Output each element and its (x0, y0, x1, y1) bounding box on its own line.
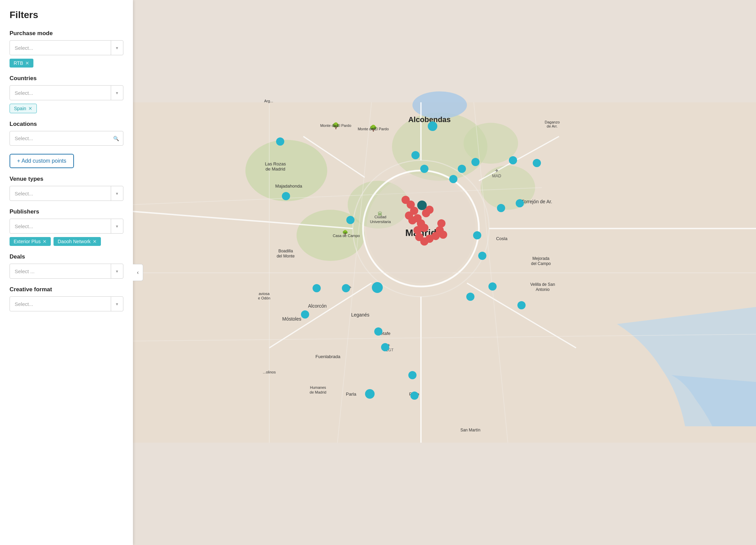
map-svg: ✈ MAD ✈ ✈ LEGT 🌳 🌳 🏛 🌳 Alcobendas Las Ro… (133, 0, 756, 545)
map-dot-cyan[interactable] (346, 216, 354, 224)
purchase-mode-tags: RTB ✕ (10, 59, 123, 68)
purchase-mode-select[interactable]: Select... ▾ (10, 40, 123, 55)
locations-section: Locations Select... 🔍 + Add custom point… (10, 121, 123, 168)
map-dot-cyan[interactable] (533, 159, 541, 167)
purchase-mode-section: Purchase mode Select... ▾ RTB ✕ (10, 30, 123, 68)
svg-point-3 (297, 210, 365, 261)
map-dot-red[interactable] (413, 226, 422, 234)
publishers-arrow-icon[interactable]: ▾ (111, 219, 123, 233)
countries-placeholder[interactable]: Select... (10, 86, 111, 100)
creative-format-section: Creative format Select... ▾ (10, 286, 123, 311)
svg-text:🏛: 🏛 (378, 211, 382, 217)
venue-types-section: Venue types Select... ▾ (10, 176, 123, 201)
venue-types-placeholder[interactable]: Select... (10, 187, 111, 201)
map-dot-red[interactable] (439, 231, 447, 239)
deals-section: Deals Select ... ▾ (10, 253, 123, 279)
purchase-mode-placeholder[interactable]: Select... (10, 41, 111, 55)
tag-spain-close[interactable]: ✕ (28, 106, 32, 111)
publishers-label: Publishers (10, 208, 123, 215)
countries-arrow-icon[interactable]: ▾ (111, 86, 123, 100)
purchase-mode-arrow-icon[interactable]: ▾ (111, 41, 123, 55)
creative-format-placeholder[interactable]: Select... (10, 297, 111, 311)
search-icon[interactable]: 🔍 (109, 136, 123, 141)
publishers-select[interactable]: Select... ▾ (10, 219, 123, 234)
map-dot-cyan[interactable] (374, 327, 382, 336)
tag-daooh-network-close[interactable]: ✕ (93, 239, 97, 244)
publishers-section: Publishers Select... ▾ Exterior Plus ✕ D… (10, 208, 123, 246)
map-dot-cyan[interactable] (466, 293, 474, 301)
map-dot-cyan[interactable] (301, 310, 309, 319)
map-dot-cyan[interactable] (408, 371, 417, 379)
map-dot-cyan[interactable] (372, 282, 383, 293)
svg-text:🌳: 🌳 (332, 122, 340, 130)
svg-text:🌳: 🌳 (342, 230, 348, 236)
map-dot-cyan[interactable] (471, 158, 480, 166)
map-dot-cyan[interactable] (282, 192, 290, 200)
venue-types-arrow-icon[interactable]: ▾ (111, 186, 123, 201)
tag-rtb-label: RTB (14, 60, 23, 66)
creative-format-select[interactable]: Select... ▾ (10, 296, 123, 311)
map-dot-cyan[interactable] (478, 252, 486, 260)
map-dot-dark-teal[interactable] (417, 201, 427, 210)
map-dot-red[interactable] (425, 206, 434, 214)
publishers-placeholder[interactable]: Select... (10, 219, 111, 233)
map-container[interactable]: ‹ (133, 0, 756, 545)
countries-tags: Spain ✕ (10, 104, 123, 113)
tag-spain-label: Spain (14, 106, 26, 111)
map-dot-cyan[interactable] (342, 284, 350, 292)
locations-label: Locations (10, 121, 123, 128)
deals-placeholder[interactable]: Select ... (10, 264, 111, 278)
map-dot-cyan[interactable] (365, 389, 375, 399)
tag-rtb-close[interactable]: ✕ (25, 61, 29, 65)
creative-format-arrow-icon[interactable]: ▾ (111, 297, 123, 311)
map-dot-cyan[interactable] (428, 121, 437, 131)
map-dot-cyan[interactable] (420, 165, 428, 173)
locations-placeholder[interactable]: Select... (10, 131, 109, 145)
map-dot-cyan[interactable] (449, 175, 457, 183)
tag-daooh-network-label: Daooh Network (58, 239, 91, 244)
map-dot-cyan[interactable] (497, 204, 505, 212)
map-dot-cyan[interactable] (411, 151, 420, 159)
map-dot-cyan[interactable] (276, 137, 284, 146)
map-dot-cyan[interactable] (517, 301, 526, 309)
tag-exterior-plus-close[interactable]: ✕ (43, 239, 47, 244)
map-dot-cyan[interactable] (458, 165, 466, 173)
deals-select[interactable]: Select ... ▾ (10, 264, 123, 279)
tag-rtb: RTB ✕ (10, 59, 33, 68)
tag-exterior-plus-label: Exterior Plus (14, 239, 41, 244)
collapse-icon: ‹ (137, 269, 139, 276)
svg-text:🌳: 🌳 (369, 124, 377, 132)
svg-point-6 (481, 165, 535, 210)
filters-title: Filters (10, 10, 123, 20)
tag-exterior-plus: Exterior Plus ✕ (10, 237, 51, 246)
map-dot-red[interactable] (437, 219, 445, 227)
map-dot-cyan[interactable] (473, 231, 481, 239)
map-dot-cyan[interactable] (509, 156, 517, 164)
countries-select[interactable]: Select... ▾ (10, 85, 123, 100)
locations-select[interactable]: Select... 🔍 (10, 131, 123, 146)
tag-daooh-network: Daooh Network ✕ (54, 237, 101, 246)
svg-point-1 (245, 140, 327, 201)
deals-label: Deals (10, 253, 123, 260)
venue-types-label: Venue types (10, 176, 123, 182)
filters-panel: Filters Purchase mode Select... ▾ RTB ✕ … (0, 0, 133, 545)
countries-label: Countries (10, 75, 123, 82)
add-custom-points-button[interactable]: + Add custom points (10, 154, 74, 168)
map-dot-cyan[interactable] (516, 199, 524, 207)
map-dot-cyan[interactable] (313, 284, 321, 292)
tag-spain: Spain ✕ (10, 104, 37, 113)
venue-types-select[interactable]: Select... ▾ (10, 186, 123, 201)
svg-point-5 (464, 123, 518, 164)
countries-section: Countries Select... ▾ Spain ✕ (10, 75, 123, 113)
deals-arrow-icon[interactable]: ▾ (111, 264, 123, 278)
svg-text:✈: ✈ (495, 168, 499, 173)
purchase-mode-label: Purchase mode (10, 30, 123, 37)
publishers-tags: Exterior Plus ✕ Daooh Network ✕ (10, 237, 123, 246)
map-dot-cyan[interactable] (488, 282, 497, 291)
map-dot-cyan[interactable] (381, 343, 389, 351)
svg-text:MAD: MAD (492, 174, 501, 178)
map-dot-cyan[interactable] (410, 392, 419, 400)
creative-format-label: Creative format (10, 286, 123, 293)
collapse-sidebar-button[interactable]: ‹ (133, 264, 143, 281)
